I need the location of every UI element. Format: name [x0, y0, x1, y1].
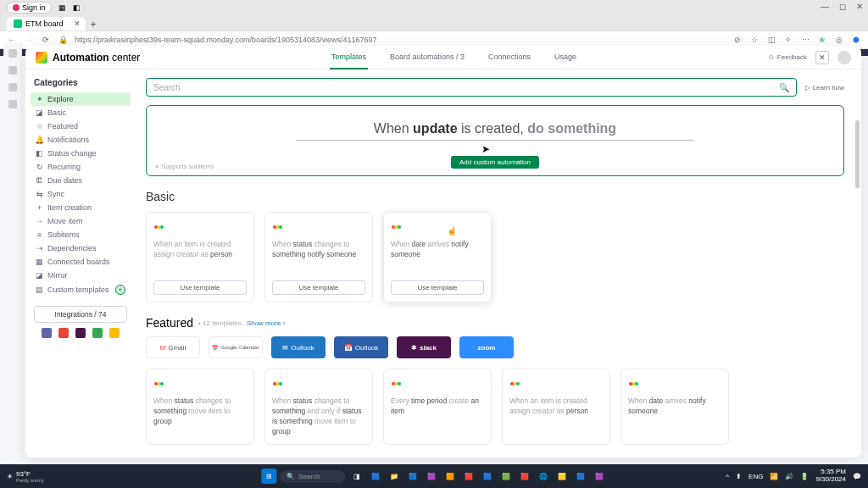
sidebar-item-basic[interactable]: ◪Basic [31, 106, 131, 119]
tray-chevron-icon[interactable]: ^ [726, 473, 729, 480]
template-card[interactable]: Every time period create an item [383, 369, 492, 445]
taskbar-app[interactable]: 🟦 [368, 469, 383, 484]
tray-volume-icon[interactable]: 🔊 [785, 473, 793, 480]
use-template-button[interactable]: Use template [153, 280, 247, 295]
compass-icon: ✦ [36, 96, 43, 103]
integrations-button[interactable]: Integrations / 74 [34, 306, 127, 323]
sidebar-item-sync[interactable]: ⇆Sync [31, 187, 131, 201]
sidebar-item-featured[interactable]: ☆Featured [31, 119, 131, 133]
taskbar-app[interactable]: 🟥 [517, 469, 532, 484]
sidebar-item-notifications[interactable]: 🔔Notifications [31, 133, 131, 147]
taskbar-app[interactable]: 🟧 [442, 469, 458, 484]
template-card[interactable]: When status changes to something move it… [146, 369, 254, 445]
tray-clock[interactable]: 5:35 PM9/30/2024 [815, 469, 846, 484]
learn-how-link[interactable]: ▷Learn how [805, 84, 844, 92]
taskbar-app[interactable]: 🌐 [536, 469, 551, 484]
svg-point-12 [273, 382, 276, 385]
app-outlook-calendar[interactable]: 📅Outlook [334, 336, 388, 358]
browser-icon[interactable]: ▦ [58, 3, 66, 12]
sidebar-item-dependencies[interactable]: ⇢Dependencies [31, 241, 131, 255]
tray-wifi-icon[interactable]: 📶 [770, 473, 778, 480]
sidebar-item-subitems[interactable]: ≡Subitems [31, 228, 131, 241]
taskbar-app[interactable]: 🟩 [498, 469, 514, 484]
template-card[interactable]: When an item is created assign creator a… [146, 212, 254, 302]
feedback-button[interactable]: ☺Feedback [768, 53, 807, 61]
taskbar-search[interactable]: 🔍Search [280, 470, 345, 483]
taskbar-app[interactable]: 🟨 [554, 469, 570, 484]
sidebar-item-custom-templates[interactable]: ▤Custom templates+ [31, 282, 131, 297]
template-card[interactable]: When date arrives notify someone [620, 369, 729, 445]
sidebar-item-move-item[interactable]: →Move item [31, 214, 131, 228]
template-card[interactable]: When status changes to something and onl… [264, 369, 373, 445]
close-button[interactable]: ✕ [815, 51, 829, 64]
show-more-link[interactable]: Show more › [247, 319, 285, 327]
star-icon: ☆ [36, 123, 43, 130]
sidebar-item-due-dates[interactable]: 🗓Due dates [31, 174, 131, 187]
browser-tab[interactable]: ETM board ✕ [7, 17, 86, 30]
sidebar-item-explore[interactable]: ✦Explore [31, 92, 131, 106]
automation-center-modal: Automation center Templates Board automa… [25, 46, 861, 458]
use-template-button[interactable]: Use template [272, 280, 365, 295]
browser-icon[interactable]: ◧ [73, 3, 81, 12]
template-card[interactable]: When an item is created assign creator a… [502, 369, 610, 445]
rail-icon[interactable] [8, 100, 17, 108]
categories-title: Categories [34, 78, 127, 87]
custom-automation-hero[interactable]: When update is created, do something ➤ A… [146, 105, 844, 176]
tab-usage[interactable]: Usage [553, 46, 578, 69]
basic-section-title: Basic [146, 190, 844, 203]
hero-token[interactable]: update [413, 121, 457, 136]
add-custom-icon[interactable]: + [115, 285, 125, 295]
svg-point-20 [516, 382, 520, 385]
window-maximize[interactable]: ◻ [839, 2, 846, 11]
app-zoom[interactable]: zoom [459, 336, 514, 358]
tray-icon[interactable]: ⬆ [736, 473, 742, 480]
tray-notifications-icon[interactable]: 💬 [853, 473, 861, 480]
taskbar-weather[interactable]: ☀ 93°FPartly sunny [7, 470, 44, 483]
taskbar-app[interactable]: ◨ [349, 469, 364, 484]
hero-token[interactable]: something [548, 121, 616, 136]
window-minimize[interactable]: — [821, 2, 829, 11]
sidebar-item-status-change[interactable]: ◧Status change [31, 147, 131, 160]
new-tab-button[interactable]: + [91, 19, 97, 30]
monday-left-rail [3, 42, 22, 461]
rail-icon[interactable] [8, 83, 17, 92]
taskbar-app[interactable]: 🟪 [424, 469, 439, 484]
taskbar-app[interactable]: 🟦 [405, 469, 420, 484]
hero-text: is created, [458, 121, 528, 136]
tab-close-icon[interactable]: ✕ [74, 19, 81, 28]
sidebar-item-connected-boards[interactable]: ▦Connected boards [31, 255, 131, 269]
taskbar-app[interactable]: 🟥 [461, 469, 476, 484]
sidebar-item-recurring[interactable]: ↻Recurring [31, 160, 131, 174]
taskbar-app[interactable]: 🟪 [592, 469, 607, 484]
rail-icon[interactable] [8, 49, 17, 58]
browser-signin[interactable]: Sign in [7, 2, 52, 14]
rail-icon[interactable] [8, 66, 17, 75]
gmail-icon [58, 328, 69, 338]
tab-templates[interactable]: Templates [330, 46, 368, 69]
slack-icon [75, 328, 86, 338]
app-google-calendar[interactable]: 📅Google Calendar [209, 336, 263, 358]
start-button[interactable]: ⊞ [261, 469, 276, 484]
search-input[interactable]: Search 🔍 [146, 78, 797, 97]
supports-subitems-label: ≡Supports subitems [155, 163, 214, 170]
scrollbar[interactable] [855, 120, 860, 188]
sidebar-item-mirror[interactable]: ◪Mirror [31, 269, 131, 282]
app-outlook[interactable]: ✉Outlook [271, 336, 326, 358]
app-gmail[interactable]: MGmail [146, 336, 200, 358]
template-card[interactable]: When status changes to something notify … [264, 212, 373, 302]
template-card[interactable]: ☝ When date arrives notify someone Use t… [383, 212, 492, 302]
play-icon: ▷ [805, 84, 810, 92]
taskbar-app[interactable]: 🟦 [573, 469, 588, 484]
taskbar-app[interactable]: 🟦 [480, 469, 495, 484]
tray-battery-icon[interactable]: 🔋 [800, 473, 809, 480]
tab-connections[interactable]: Connections [487, 46, 532, 69]
app-slack[interactable]: ✱slack [397, 336, 451, 358]
add-custom-automation-button[interactable]: Add custom automation [451, 156, 539, 169]
window-close[interactable]: ✕ [856, 2, 863, 11]
taskbar-app[interactable]: 📁 [387, 469, 402, 484]
tab-board-automations[interactable]: Board automations / 3 [388, 46, 466, 69]
tray-language[interactable]: ENG [748, 473, 763, 480]
use-template-button[interactable]: Use template [391, 280, 484, 295]
sidebar-item-item-creation[interactable]: +Item creation [31, 201, 131, 214]
user-avatar[interactable] [837, 51, 851, 64]
